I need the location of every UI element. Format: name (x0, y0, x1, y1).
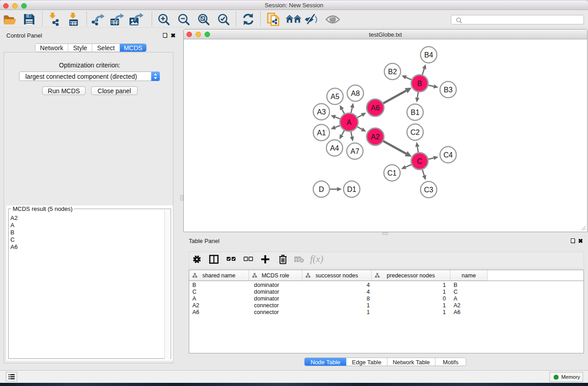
svg-text:A7: A7 (350, 148, 359, 155)
svg-text:A8: A8 (351, 90, 360, 97)
svg-text:A2: A2 (371, 133, 380, 141)
svg-text:B4: B4 (424, 51, 433, 59)
svg-text:B2: B2 (388, 68, 397, 76)
svg-text:D: D (319, 186, 324, 193)
svg-text:B3: B3 (444, 86, 453, 94)
svg-text:A6: A6 (371, 104, 380, 112)
svg-text:A3: A3 (317, 108, 326, 116)
svg-text:C3: C3 (424, 186, 434, 194)
svg-text:A: A (347, 119, 352, 126)
svg-text:A4: A4 (330, 144, 339, 152)
svg-text:C2: C2 (411, 129, 420, 136)
svg-text:C1: C1 (387, 169, 397, 177)
svg-text:D1: D1 (347, 186, 357, 193)
svg-text:B: B (417, 80, 422, 87)
svg-text:A1: A1 (317, 129, 326, 137)
svg-text:C: C (417, 157, 422, 165)
svg-text:C4: C4 (444, 151, 453, 159)
svg-text:B1: B1 (411, 109, 420, 116)
svg-text:A5: A5 (330, 93, 339, 100)
